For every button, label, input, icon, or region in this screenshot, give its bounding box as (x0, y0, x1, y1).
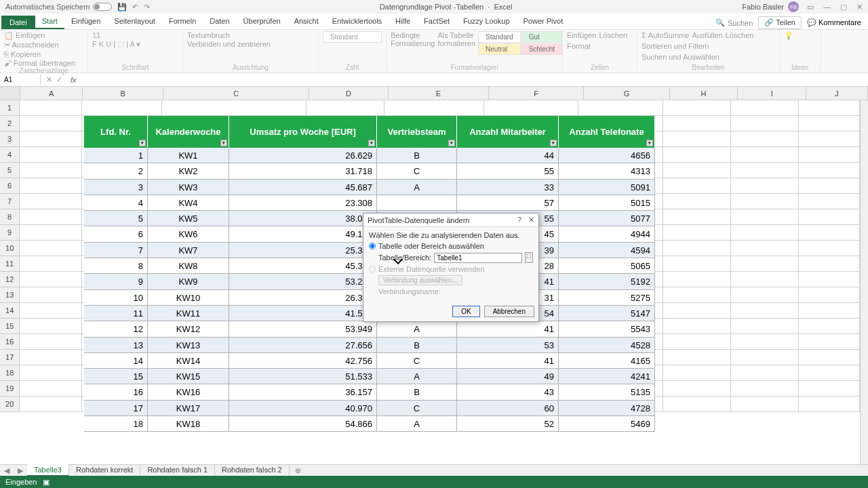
row-header[interactable]: 9 (0, 225, 20, 241)
cell[interactable] (799, 256, 860, 272)
format-painter[interactable]: 🖌 Format übertragen (4, 59, 83, 67)
table-cell[interactable]: 25.379 (229, 243, 377, 258)
cancel-button[interactable]: Abbrechen (484, 306, 534, 317)
table-cell[interactable]: 4 (84, 195, 148, 211)
table-header[interactable]: Vertriebsteam▾ (377, 116, 457, 148)
cell[interactable] (799, 194, 860, 209)
table-cell[interactable]: KW4 (148, 195, 229, 211)
cell[interactable] (20, 381, 82, 396)
clear[interactable]: Löschen (726, 31, 754, 39)
tab-formeln[interactable]: Formeln (162, 14, 203, 29)
range-input[interactable] (434, 253, 522, 263)
table-cell[interactable]: 45.687 (229, 180, 377, 195)
ideas-icon[interactable]: 💡 (784, 31, 793, 40)
table-cell[interactable]: 4594 (559, 243, 655, 258)
col-header-H[interactable]: H (670, 87, 738, 100)
col-header-D[interactable]: D (309, 87, 389, 100)
cell[interactable] (663, 178, 731, 194)
cell[interactable] (731, 147, 799, 163)
table-header[interactable]: Anzahl Mitarbeiter▾ (457, 116, 559, 148)
table-header[interactable]: Anzahl Telefonate▾ (559, 116, 655, 148)
filter-icon[interactable]: ▾ (448, 140, 455, 146)
close-icon[interactable]: ✕ (856, 3, 863, 12)
cell[interactable] (20, 163, 82, 178)
table-cell[interactable]: C (377, 353, 457, 369)
tab-daten[interactable]: Daten (203, 14, 236, 29)
table-cell[interactable]: 7 (84, 243, 148, 258)
name-box[interactable]: A1 (0, 75, 41, 85)
cell[interactable] (663, 365, 731, 381)
font-size[interactable]: 11 (92, 31, 178, 39)
cell[interactable] (20, 319, 82, 334)
table-cell[interactable]: C (377, 401, 457, 416)
cell[interactable] (20, 256, 82, 272)
table-cell[interactable]: 13 (84, 338, 148, 353)
cell[interactable] (731, 303, 799, 319)
row-header[interactable]: 14 (0, 303, 20, 319)
enter-formula-icon[interactable]: ✓ (56, 75, 62, 84)
table-cell[interactable]: 8 (84, 258, 148, 274)
tab-start[interactable]: Start (35, 14, 64, 29)
cell[interactable] (20, 225, 82, 241)
format-cells[interactable]: Format (567, 42, 591, 50)
sheet-nav-prev[interactable]: ◀ (0, 466, 14, 475)
cell[interactable] (20, 100, 82, 116)
sheet-nav-next[interactable]: ▶ (14, 466, 27, 475)
filter-icon[interactable]: ▾ (139, 140, 146, 146)
cell[interactable] (731, 225, 799, 241)
row-header[interactable]: 20 (0, 396, 20, 412)
cell[interactable] (799, 272, 860, 287)
filter-icon[interactable]: ▾ (550, 140, 557, 146)
cell[interactable] (20, 131, 82, 147)
cell[interactable] (731, 350, 799, 365)
table-cell[interactable]: 5275 (559, 290, 655, 306)
table-cell[interactable]: 53 (457, 338, 559, 353)
table-cell[interactable]: 41.567 (229, 306, 377, 321)
cell[interactable] (799, 396, 860, 412)
cell[interactable] (20, 116, 82, 131)
cell[interactable] (799, 334, 860, 350)
table-cell[interactable]: 49 (457, 369, 559, 384)
row-header[interactable]: 1 (0, 100, 20, 116)
radio-table-range[interactable]: Tabelle oder Bereich auswählen (369, 242, 533, 250)
row-header[interactable]: 18 (0, 365, 20, 381)
table-cell[interactable]: KW11 (148, 306, 229, 321)
row-header[interactable]: 8 (0, 209, 20, 225)
cell[interactable] (799, 178, 860, 194)
user-account[interactable]: Fabio Basler FB (742, 1, 799, 12)
cond-format[interactable]: Bedingte Formatierung (391, 31, 435, 47)
cell[interactable] (20, 272, 82, 287)
table-cell[interactable]: KW6 (148, 226, 229, 242)
number-format[interactable]: Standard (323, 31, 382, 43)
cell[interactable] (731, 256, 799, 272)
table-cell[interactable]: 16 (84, 384, 148, 400)
row-header[interactable]: 16 (0, 334, 20, 350)
table-cell[interactable]: 4656 (559, 148, 655, 163)
cell[interactable] (20, 241, 82, 256)
table-cell[interactable]: B (377, 148, 457, 163)
table-cell[interactable]: 33 (457, 180, 559, 195)
cell[interactable] (799, 225, 860, 241)
row-header[interactable]: 6 (0, 178, 20, 194)
tab-überprüfen[interactable]: Überprüfen (237, 14, 288, 29)
cell[interactable] (663, 163, 731, 178)
table-cell[interactable]: 53.949 (229, 321, 377, 337)
filter-icon[interactable]: ▾ (646, 140, 653, 146)
tab-file[interactable]: Datei (1, 16, 35, 29)
table-cell[interactable]: 31.718 (229, 163, 377, 179)
cell[interactable] (20, 287, 82, 303)
table-cell[interactable]: 5147 (559, 306, 655, 321)
merge-center[interactable]: Verbinden und zentrieren (187, 40, 314, 48)
table-cell[interactable]: 5543 (559, 321, 655, 337)
cell[interactable] (20, 147, 82, 163)
row-header[interactable]: 19 (0, 381, 20, 396)
table-cell[interactable]: 14 (84, 353, 148, 369)
tab-hilfe[interactable]: Hilfe (389, 14, 417, 29)
cell[interactable] (731, 381, 799, 396)
fx-icon[interactable]: fx (71, 76, 77, 84)
cell[interactable] (799, 116, 860, 131)
col-header-J[interactable]: J (806, 87, 868, 100)
cell[interactable] (663, 319, 731, 334)
table-cell[interactable]: 57 (457, 195, 559, 211)
cell[interactable] (20, 303, 82, 319)
